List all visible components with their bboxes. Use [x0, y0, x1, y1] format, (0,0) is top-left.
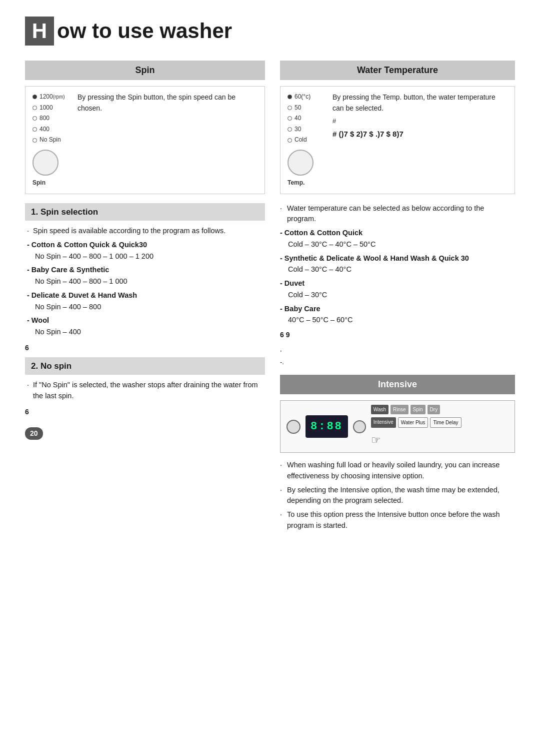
radio-1200: [32, 95, 37, 99]
spin-items: - Cotton & Cotton Quick & Quick30 No Spi…: [27, 240, 263, 338]
spin-intro: Spin speed is available according to the…: [27, 226, 263, 237]
spin-option-400: 400: [32, 124, 72, 135]
spin-option-800: 800: [32, 113, 72, 124]
intensive-display: 8:88 Wash Rinse Spin Dry Intensive Water…: [280, 400, 515, 453]
display-controls: Wash Rinse Spin Dry Intensive Water Plus…: [371, 405, 462, 448]
radio-1000: [32, 106, 37, 110]
nospin-content: If "No Spin" is selected, the washer sto…: [25, 380, 265, 402]
main-content: Spin 1200(rpm) 1000 800 400: [25, 61, 515, 534]
temp-description: By pressing the Temp. button, the water …: [332, 92, 508, 114]
radio-nospin: [32, 138, 37, 143]
page-num-spin: 6: [25, 343, 265, 353]
temp-desc-area: By pressing the Temp. button, the water …: [332, 92, 508, 145]
water-synthetic-value: Cold – 30°C – 40°C: [280, 264, 515, 275]
water-babycare-value: 40°C – 50°C – 60°C: [280, 315, 515, 326]
hand-pointer-icon: ☞: [371, 434, 381, 446]
washer-icon-left: [286, 420, 300, 434]
spin-option-nospin: No Spin: [32, 135, 72, 146]
water-cotton-label: - Cotton & Cotton Quick: [280, 228, 515, 239]
page-badge: 20: [25, 427, 43, 440]
intensive-bullet-2: By selecting the Intensive option, the w…: [280, 485, 515, 507]
spin-item-cotton-value: No Spin – 400 – 800 – 1 000 – 1 200: [27, 251, 263, 262]
radio-400: [32, 127, 37, 132]
water-temp-illustration: 60(°c) 50 40 30 Cold: [280, 86, 515, 194]
temp-label: Temp.: [288, 178, 328, 189]
spin-option-1200: 1200(rpm): [32, 92, 72, 103]
radio-30: [288, 127, 292, 132]
spin-bar: Spin: [25, 61, 265, 80]
spin-button-area: Spin: [32, 150, 72, 189]
display-screen: 8:88: [306, 415, 348, 438]
controls-top-row: Wash Rinse Spin Dry: [371, 405, 462, 414]
spin-label: Spin: [32, 178, 72, 189]
water-temp-content: Water temperature can be selected as bel…: [280, 203, 515, 326]
hash-note: #: [332, 116, 508, 126]
intensive-bullet-3: To use this option press the Intensive b…: [280, 509, 515, 531]
spin-item-wool-value: No Spin – 400: [27, 327, 263, 338]
temp-option-60: 60(°c): [288, 92, 328, 103]
water-temp-bar: Water Temperature: [280, 61, 515, 80]
ctrl-timedelay: Time Delay: [430, 417, 461, 428]
ctrl-waterplus: Water Plus: [398, 417, 428, 428]
ctrl-intensive: Intensive: [371, 417, 396, 428]
page-num-water: 6 9: [280, 330, 515, 340]
page-num-nospin: 6: [25, 407, 265, 417]
temp-options-list: 60(°c) 50 40 30 Cold: [288, 92, 328, 189]
intensive-bullet-1: When washing full load or heavily soiled…: [280, 460, 515, 482]
controls-second-row: Intensive Water Plus Time Delay: [371, 417, 462, 428]
radio-60: [288, 95, 292, 99]
spin-item-wool-label: - Wool: [27, 315, 263, 326]
right-column: Water Temperature 60(°c) 50 40 30: [280, 61, 515, 534]
intensive-bar: Intensive: [280, 375, 515, 394]
hand-pointer-area: ☞: [371, 432, 462, 448]
spin-options-list: 1200(rpm) 1000 800 400 No Spin: [32, 92, 72, 189]
nospin-header: 2. No spin: [25, 357, 265, 375]
left-column: Spin 1200(rpm) 1000 800 400: [25, 61, 265, 534]
ctrl-rinse: Rinse: [390, 405, 408, 414]
spin-description: By pressing the Spin button, the spin sp…: [78, 92, 258, 114]
spin-option-1000: 1000: [32, 103, 72, 114]
h-logo: H: [25, 17, 54, 46]
ctrl-dry: Dry: [428, 405, 440, 414]
spin-illustration: 1200(rpm) 1000 800 400 No Spin: [25, 86, 265, 194]
intensive-section: Intensive 8:88 Wash Rinse Spin Dry Inten…: [280, 375, 515, 531]
temp-button-visual: [288, 150, 314, 176]
spin-selection-header: 1. Spin selection: [25, 203, 265, 221]
spin-item-delicate-label: - Delicate & Duvet & Hand Wash: [27, 290, 263, 301]
page-header: H ow to use washer: [25, 15, 515, 47]
nospin-desc: If "No Spin" is selected, the washer sto…: [27, 380, 263, 402]
temp-option-cold: Cold: [288, 135, 328, 146]
page-title: ow to use washer: [57, 15, 232, 47]
water-cotton-value: Cold – 30°C – 40°C – 50°C: [280, 239, 515, 250]
spin-button-visual: [32, 150, 58, 176]
temp-option-30: 30: [288, 124, 328, 135]
spin-selection-content: Spin speed is available according to the…: [25, 226, 265, 338]
radio-cold: [288, 138, 292, 143]
radio-800: [32, 116, 37, 121]
ctrl-wash: Wash: [371, 405, 388, 414]
radio-40: [288, 116, 292, 121]
water-temp-intro: Water temperature can be selected as bel…: [280, 203, 515, 225]
spin-item-delicate-value: No Spin – 400 – 800: [27, 302, 263, 313]
water-duvet-value: Cold – 30°C: [280, 290, 515, 301]
settings-icon-right: [353, 420, 366, 433]
encoded-text: # ()7 $ 2)7 $ .)7 $ 8)7: [332, 129, 508, 140]
spin-item-babycare-label: - Baby Care & Synthetic: [27, 265, 263, 276]
ctrl-spin: Spin: [410, 405, 426, 414]
bottom-badge-area: 20: [25, 427, 265, 440]
water-synthetic-label: - Synthetic & Delicate & Wool & Hand Was…: [280, 253, 515, 264]
spin-item-cotton-label: - Cotton & Cotton Quick & Quick30: [27, 240, 263, 251]
comma-note: ,: [280, 344, 515, 354]
spin-item-babycare-value: No Spin – 400 – 800 – 1 000: [27, 276, 263, 287]
dash-note: -.: [280, 357, 515, 367]
water-duvet-label: - Duvet: [280, 278, 515, 289]
water-babycare-label: - Baby Care: [280, 304, 515, 315]
temp-option-40: 40: [288, 113, 328, 124]
radio-50: [288, 106, 292, 110]
temp-button-area: Temp.: [288, 150, 328, 189]
temp-option-50: 50: [288, 103, 328, 114]
intensive-content: When washing full load or heavily soiled…: [280, 460, 515, 531]
